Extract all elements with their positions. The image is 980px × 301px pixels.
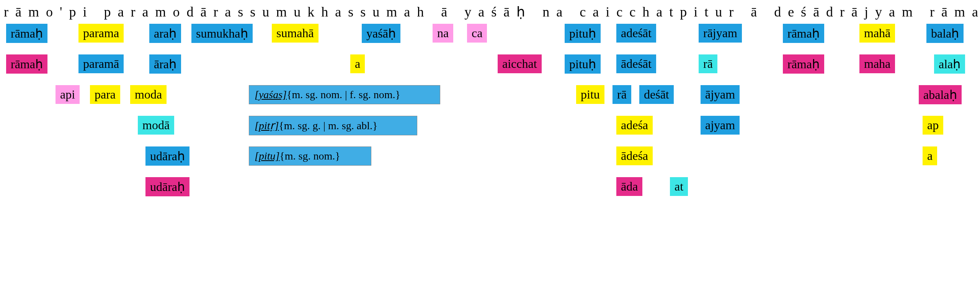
segmentation-grid: rāmaḥparamaaraḥsumukhaḥsumahāyaśāḥnacapi… (4, 24, 976, 300)
segment-t-a-2[interactable]: a (923, 146, 937, 165)
segment-t-ajyam-1[interactable]: ājyam (701, 85, 740, 104)
tooltip-grammar: {m. sg. nom.} (279, 150, 340, 162)
segment-t-udarah-1[interactable]: udāraḥ (145, 146, 189, 166)
tooltip-lemma[interactable]: [yaśas] (255, 89, 287, 100)
segment-t-parama[interactable]: parama (78, 24, 124, 43)
segment-t-ramah-1[interactable]: rāmaḥ (6, 24, 47, 43)
segment-t-api[interactable]: api (56, 85, 80, 104)
segment-t-ramah-4[interactable]: rāmaḥ (783, 54, 824, 74)
segment-t-aarah[interactable]: āraḥ (149, 54, 181, 74)
segment-t-ra-2[interactable]: rā (612, 85, 631, 104)
segment-t-paramaa[interactable]: paramā (78, 54, 124, 73)
segment-t-aadesa[interactable]: ādeśa (616, 146, 653, 165)
segment-t-ca[interactable]: ca (467, 24, 487, 43)
segment-t-modaa[interactable]: modā (138, 116, 174, 135)
segment-t-pituh-2[interactable]: pituḥ (565, 54, 601, 74)
tooltip-tt-pitu[interactable]: [pitu]{m. sg. nom.} (249, 146, 371, 166)
segment-t-desat[interactable]: deśāt (639, 85, 674, 104)
segment-t-rajyam[interactable]: rājyam (699, 24, 742, 43)
tooltip-lemma[interactable]: [pitṛ] (255, 120, 279, 132)
segment-t-abalah[interactable]: abalaḥ (919, 85, 962, 104)
segment-t-adesa[interactable]: adeśa (616, 116, 653, 135)
segment-t-ra-1[interactable]: rā (699, 54, 717, 73)
segment-t-moda[interactable]: moda (130, 85, 167, 104)
tooltip-grammar: {m. sg. nom. | f. sg. nom.} (287, 89, 400, 100)
segment-t-alah[interactable]: alaḥ (934, 54, 965, 74)
source-text-header: rāmo'pi paramodārassumukhassumah ā yaśāḥ… (4, 4, 976, 20)
segment-t-a-1[interactable]: a (350, 54, 365, 73)
tooltip-tt-pitr[interactable]: [pitṛ]{m. sg. g. | m. sg. abl.} (249, 116, 417, 135)
segment-t-maha-1[interactable]: mahā (859, 24, 895, 43)
segment-t-ap[interactable]: ap (923, 116, 943, 135)
segment-t-balah[interactable]: balaḥ (926, 24, 964, 43)
segment-t-aadesat[interactable]: ādeśāt (616, 54, 656, 73)
segment-t-ramah-3[interactable]: rāmaḥ (6, 54, 47, 74)
segment-t-arah[interactable]: araḥ (149, 24, 181, 43)
segment-t-pituh-1[interactable]: pituḥ (565, 24, 601, 43)
segment-t-udarah-2[interactable]: udāraḥ (145, 177, 189, 196)
segment-t-ramah-2[interactable]: rāmaḥ (783, 24, 824, 43)
segment-t-aicchat[interactable]: aicchat (498, 54, 542, 73)
segment-t-yasah[interactable]: yaśāḥ (362, 24, 400, 43)
segment-t-maha-2[interactable]: maha (859, 54, 895, 73)
segment-t-sumukhah[interactable]: sumukhaḥ (191, 24, 253, 43)
tooltip-lemma[interactable]: [pitu] (255, 150, 279, 162)
segment-t-adesat-1[interactable]: adeśāt (616, 24, 656, 43)
segment-t-ada[interactable]: āda (616, 177, 642, 196)
segment-t-para[interactable]: para (90, 85, 120, 104)
segment-t-sumaha[interactable]: sumahā (272, 24, 318, 43)
segment-t-at[interactable]: at (670, 177, 688, 196)
segment-t-na[interactable]: na (433, 24, 453, 43)
segment-t-pitu[interactable]: pitu (576, 85, 604, 104)
tooltip-grammar: {m. sg. g. | m. sg. abl.} (279, 120, 377, 132)
segment-t-ajyam-2[interactable]: ajyam (701, 116, 740, 135)
tooltip-tt-yasas[interactable]: [yaśas]{m. sg. nom. | f. sg. nom.} (249, 85, 440, 104)
